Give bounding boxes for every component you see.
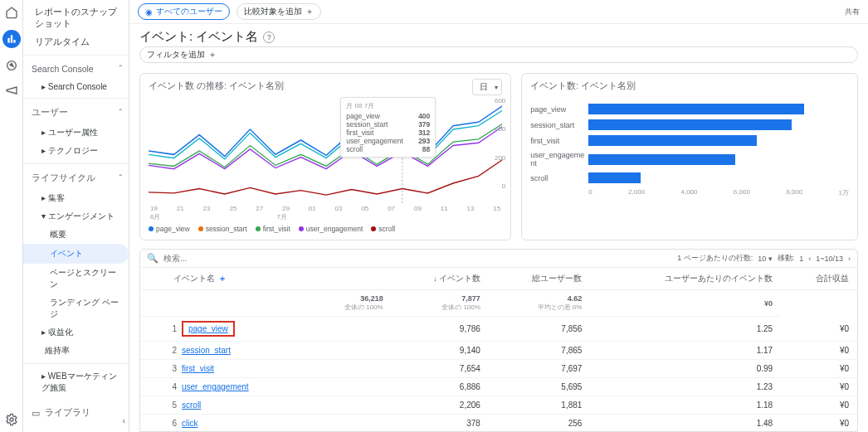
chevron-up-icon: ˆ [119,64,123,74]
bar-chart[interactable]: page_viewsession_startfirst_visituser_en… [530,95,849,183]
nav-rail [0,0,23,432]
page-range: 1~10/13 [816,255,843,263]
bar-row: page_view [530,104,849,114]
sidebar-item-user-attr[interactable]: ▸ ユーザー属性 [23,124,129,142]
sidebar-item-tech[interactable]: ▸ テクノロジー [23,142,129,160]
sidebar-sec-user[interactable]: ユーザーˆ [23,102,129,124]
rows-per-page-label: 1 ページあたりの行数: [677,253,753,264]
explore-icon[interactable] [4,58,19,73]
goto-label: 移動: [778,253,795,264]
svg-rect-2 [13,40,15,43]
line-chart-card: イベント数 の推移: イベント名別 日 6004002000 192123252… [139,73,511,240]
bar-row: first_visit [530,135,849,146]
table-row: 1page_view9,7867,8561.25¥0 [140,317,857,342]
bar-row: user_engageme nt [530,151,849,167]
sidebar-item-pages[interactable]: ページとスクリーン [23,264,129,294]
search-icon: 🔍 [147,253,158,264]
all-users-pill[interactable]: ◉ すべてのユーザー [138,3,230,20]
sidebar: レポートのスナップショット リアルタイム Search Consoleˆ ▸ S… [23,0,129,432]
home-icon[interactable] [4,5,19,20]
bar-row: session_start [530,119,849,130]
reports-icon[interactable] [2,30,21,48]
goto-value[interactable]: 1 [799,255,803,263]
share-link[interactable]: 共有 [845,7,860,17]
page-title: イベント: イベント名 [139,29,258,45]
page-next[interactable]: › [848,255,851,263]
line-chart-title: イベント数 の推移: イベント名別 [149,80,502,92]
line-chart-legend: page_viewsession_startfirst_visituser_en… [149,225,502,233]
add-filter-pill[interactable]: フィルタを追加 ＋ [139,46,858,63]
sidebar-item-overview[interactable]: 概要 [23,226,129,244]
sidebar-item-snapshot[interactable]: レポートのスナップショット [23,3,129,33]
sidebar-item-acq[interactable]: ▸ 集客 [23,189,129,207]
page-prev[interactable]: ‹ [808,255,811,263]
rows-per-page-select[interactable]: 10 ▾ [758,255,773,263]
topbar: ◉ すべてのユーザー 比較対象を追加 ＋ 共有 [129,0,868,24]
sidebar-item-monetize[interactable]: ▸ 収益化 [23,323,129,342]
search-input[interactable] [163,254,269,263]
add-dimension-icon[interactable]: ＋ [215,274,227,283]
col-event-name[interactable]: イベント名＋ [140,268,392,290]
sidebar-library[interactable]: ▭ ライブラリ [23,402,129,424]
sidebar-collapse-icon[interactable]: ‹ [123,415,126,425]
table-row: 6click3782561.48¥0 [140,415,857,433]
main: ◉ すべてのユーザー 比較対象を追加 ＋ 共有 イベント: イベント名 ? フィ… [129,0,868,432]
col-revenue[interactable]: 合計収益 [781,268,857,290]
svg-rect-0 [7,38,9,43]
totals-row: 36,218全体の 100% 7,877全体の 100% 4.62平均との差 0… [140,290,857,317]
bar-chart-xaxis: 02,0004,0006,0008,0001万 [530,188,849,197]
col-users[interactable]: 総ユーザー数 [489,268,591,290]
table-row: 4user_engagement6,8865,6951.23¥0 [140,378,857,396]
chevron-up-icon: ˆ [119,108,123,118]
data-table: 🔍 1 ページあたりの行数: 10 ▾ 移動: 1 ‹ 1~10/13 › イベ… [139,249,858,432]
table-row: 3first_visit7,6547,6970.99¥0 [140,360,857,378]
sidebar-item-realtime[interactable]: リアルタイム [23,33,129,51]
table-row: 5scroll2,2061,8811.18¥0 [140,396,857,415]
line-chart[interactable]: 6004002000 [149,97,502,205]
sidebar-item-engagement[interactable]: ▾ エンゲージメント [23,207,129,226]
sidebar-item-events[interactable]: イベント [23,244,129,264]
chart-tooltip: 月 08 7月 page_view400session_start379firs… [340,97,436,158]
sidebar-item-retention[interactable]: 維持率 [23,342,129,360]
help-icon[interactable]: ? [263,32,275,43]
line-chart-xaxis: 1921232527290103050709111315 [149,205,502,212]
bar-row: scroll [530,172,849,183]
sidebar-item-landing[interactable]: ランディング ページ [23,294,129,323]
svg-rect-1 [10,35,12,42]
granularity-select[interactable]: 日 [472,79,502,95]
add-compare-pill[interactable]: 比較対象を追加 ＋ [237,3,321,20]
sidebar-item-search-console[interactable]: ▸ Search Console [23,79,129,95]
sidebar-sec-search[interactable]: Search Consoleˆ [23,59,129,79]
svg-point-4 [10,418,13,421]
ads-icon[interactable] [4,83,19,98]
sidebar-sec-lifecycle[interactable]: ライフサイクルˆ [23,167,129,189]
chevron-up-icon: ˆ [119,173,123,183]
bar-chart-card: イベント数: イベント名別 page_viewsession_startfirs… [521,73,858,240]
col-per-user[interactable]: ユーザーあたりのイベント数 [590,268,781,290]
settings-icon[interactable] [4,412,19,427]
sidebar-item-webmktg[interactable]: ▸ WEBマーケティング施策 [23,367,129,397]
col-event-count[interactable]: イベント数 [392,268,489,290]
bar-chart-title: イベント数: イベント名別 [530,80,849,92]
table-row: 2session_start9,1407,8651.17¥0 [140,342,857,360]
